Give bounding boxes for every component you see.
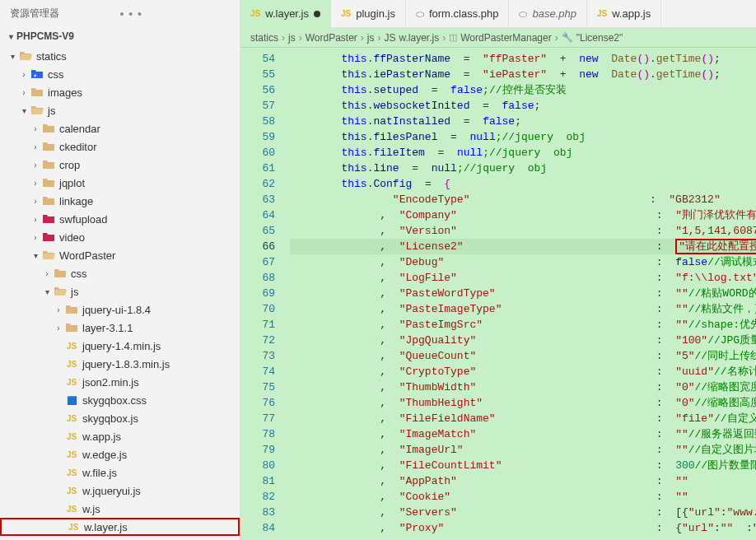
line-number: 64 [240, 207, 275, 223]
tree-file[interactable]: JSjquery-1.8.3.min.js [0, 355, 240, 373]
class-icon: ◫ [449, 32, 457, 43]
tree-folder[interactable]: ▾WordPaster [0, 246, 240, 264]
tree-file[interactable]: JSw.edge.js [0, 445, 240, 463]
tree-folder[interactable]: ›images [0, 83, 240, 101]
code-line: this.ffPasterName = "ffPaster" + new Dat… [290, 51, 756, 67]
tree-label: json2.min.js [82, 376, 139, 389]
code-line: , "Company" : "荆门泽优软件有限公司" [290, 207, 756, 223]
tree-folder[interactable]: ›jqplot [0, 174, 240, 192]
css-folder-icon: # [30, 68, 44, 80]
project-header[interactable]: ▾ PHPCMS-V9 [0, 27, 240, 45]
code-line: , "Cookie" : "" [290, 489, 756, 505]
line-gutter: 5455565758596061626364656667686970717273… [240, 48, 290, 540]
tree-folder[interactable]: ›#css [0, 65, 240, 83]
tree-folder[interactable]: ›swfupload [0, 210, 240, 228]
tree-label: jqplot [59, 177, 85, 189]
folder-icon [41, 159, 56, 170]
tree-folder[interactable]: ›ckeditor [0, 137, 240, 156]
chevron-icon: › [53, 324, 64, 333]
chevron-icon: › [18, 70, 30, 79]
folder-icon [41, 123, 56, 134]
tree-label: crop [59, 159, 80, 171]
js-file-icon: JS [64, 360, 79, 369]
php-file-icon: ⬭ [416, 8, 424, 20]
code-line: this.filesPanel = null;//jquery obj [290, 129, 756, 145]
tree-label: skygqbox.js [82, 412, 138, 425]
line-number: 78 [240, 426, 275, 442]
folder-icon [41, 177, 56, 189]
chevron-icon: ▾ [18, 106, 30, 115]
folder-icon [64, 322, 79, 333]
tab-w-app-js[interactable]: JSw.app.js [587, 0, 661, 27]
line-number: 84 [240, 520, 275, 536]
tree-folder[interactable]: ›jquery-ui-1.8.4 [0, 300, 240, 319]
breadcrumb-segment[interactable]: WordPaster [306, 32, 357, 44]
code-line: , "ThumbHeight" : "0"//缩略图高度。0表示 [290, 395, 756, 411]
breadcrumb-segment[interactable]: statics [250, 32, 278, 44]
chevron-right-icon: › [282, 32, 285, 44]
tree-folder[interactable]: ›css [0, 264, 240, 282]
breadcrumb-segment[interactable]: "License2" [576, 32, 623, 44]
code-line: , "License2" : "请在此处配置授权码" [290, 239, 756, 254]
tree-folder[interactable]: ›video [0, 228, 240, 246]
code-line: , "CryptoType" : "uuid"//名称计算方式,md5,c [290, 364, 756, 379]
line-number: 79 [240, 442, 275, 458]
line-number: 60 [240, 145, 275, 161]
chevron-icon: › [41, 269, 53, 278]
breadcrumb-segment[interactable]: js [367, 32, 375, 44]
line-number: 65 [240, 223, 275, 239]
tree-file[interactable]: 🟦skygqbox.css [0, 391, 240, 409]
tree-folder[interactable]: ▾js [0, 101, 240, 119]
tree-folder[interactable]: ▾statics [0, 47, 240, 65]
tree-folder[interactable]: ▾js [0, 282, 240, 300]
tab-w-layer-js[interactable]: JSw.layer.js [240, 0, 331, 27]
code-content[interactable]: this.ffPasterName = "ffPaster" + new Dat… [290, 48, 756, 540]
code-line: this.Config = { [290, 176, 756, 192]
js-file-icon: JS [64, 432, 79, 441]
chevron-icon: › [53, 305, 64, 314]
tree-folder[interactable]: ›layer-3.1.1 [0, 319, 240, 337]
more-icon[interactable]: • • • [120, 7, 231, 21]
line-number: 54 [240, 51, 275, 67]
tree-folder[interactable]: ›calendar [0, 119, 240, 137]
chevron-icon: ▾ [41, 287, 53, 296]
code-line: , "PasteImgSrc" : ""//shape:优先使用涉 [290, 317, 756, 333]
tab-label: plugin.js [356, 7, 395, 20]
chevron-right-icon: › [442, 32, 446, 44]
breadcrumb-segment[interactable]: js [288, 32, 296, 44]
tree-folder[interactable]: ›linkage [0, 192, 240, 210]
tab-form-class-php[interactable]: ⬭form.class.php [406, 0, 510, 27]
tree-file[interactable]: JSjson2.min.js [0, 373, 240, 391]
chevron-icon: › [30, 124, 41, 133]
js-file-icon: JS [64, 486, 79, 496]
tab-plugin-js[interactable]: JSplugin.js [331, 0, 406, 27]
tab-label: base.php [532, 7, 576, 20]
tab-base-php[interactable]: ⬭base.php [509, 0, 587, 27]
chevron-icon: ▾ [30, 251, 41, 260]
folder-open-icon [53, 286, 68, 297]
project-name: PHPCMS-V9 [16, 30, 74, 42]
tree-file[interactable]: JSjquery-1.4.min.js [0, 337, 240, 355]
tree-label: w.layer.js [84, 521, 128, 533]
breadcrumb[interactable]: statics›js›WordPaster›js›JSw.layer.js›◫W… [240, 28, 756, 48]
line-number: 58 [240, 114, 275, 129]
tree-label: images [48, 86, 82, 99]
tree-file[interactable]: JSw.js [0, 500, 240, 518]
tree-file[interactable]: JSw.file.js [0, 463, 240, 482]
code-editor[interactable]: 5455565758596061626364656667686970717273… [240, 48, 756, 540]
tree-label: ckeditor [59, 141, 97, 153]
tree-file[interactable]: JSw.layer.js [0, 518, 240, 536]
tree-file[interactable]: JSw.jqueryui.js [0, 482, 240, 500]
line-number: 70 [240, 301, 275, 317]
tree-file[interactable]: JSw.app.js [0, 427, 240, 445]
tree-label: css [71, 268, 87, 280]
breadcrumb-segment[interactable]: w.layer.js [399, 32, 440, 44]
tree-folder[interactable]: ›crop [0, 156, 240, 174]
line-number: 75 [240, 379, 275, 395]
breadcrumb-segment[interactable]: WordPasterManager [460, 32, 552, 44]
line-number: 68 [240, 270, 275, 286]
editor-tabs: JSw.layer.jsJSplugin.js⬭form.class.php⬭b… [240, 0, 756, 28]
tree-label: js [48, 105, 55, 117]
line-number: 55 [240, 67, 275, 82]
tree-file[interactable]: JSskygqbox.js [0, 409, 240, 427]
